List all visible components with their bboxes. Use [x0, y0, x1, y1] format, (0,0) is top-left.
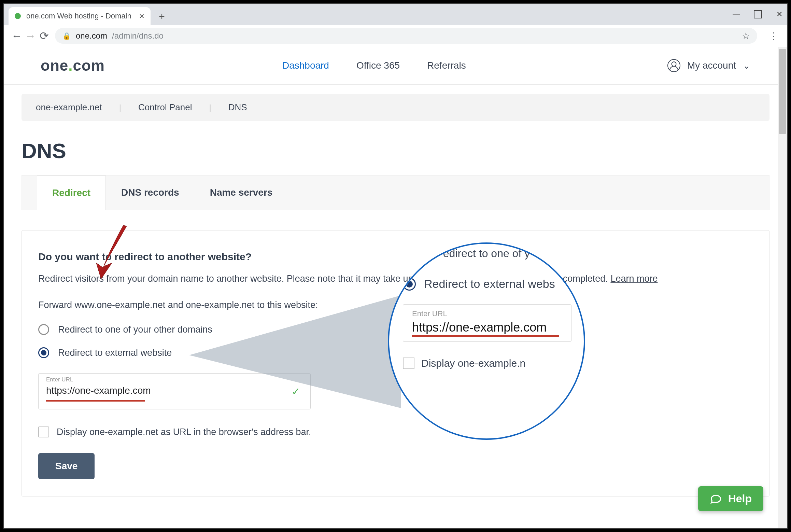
display-url-checkbox-row[interactable]: Display one-example.net as URL in the br…	[38, 426, 753, 437]
maximize-icon[interactable]	[754, 10, 762, 18]
breadcrumb-dns[interactable]: DNS	[228, 102, 247, 113]
new-tab-button[interactable]: +	[153, 8, 170, 25]
help-button[interactable]: Help	[698, 486, 763, 511]
account-dropdown[interactable]: My account ⌄	[667, 59, 750, 72]
url-input-label: Enter URL	[46, 376, 303, 383]
annotation-zoom-lens: edirect to one of y Redirect to external…	[388, 242, 585, 440]
lock-icon: 🔒	[62, 32, 71, 40]
radio-other-label: Redirect to one of your other domains	[58, 324, 212, 335]
primary-nav: Dashboard Office 365 Referrals	[282, 60, 466, 71]
address-bar[interactable]: 🔒 one.com/admin/dns.do ☆	[55, 28, 757, 44]
valid-check-icon: ✓	[292, 386, 300, 397]
vertical-scrollbar[interactable]	[778, 47, 787, 528]
zoom-radio-external: Redirect to external webs	[403, 277, 570, 291]
checkbox-icon[interactable]	[38, 426, 49, 437]
breadcrumb: one-example.net | Control Panel | DNS	[22, 94, 769, 121]
annotation-arrow-icon	[94, 223, 135, 281]
url-path: /admin/dns.do	[112, 31, 164, 41]
nav-dashboard[interactable]: Dashboard	[282, 60, 329, 71]
url-host: one.com	[76, 31, 107, 41]
page-viewport: one.com Dashboard Office 365 Referrals M…	[4, 47, 787, 528]
reload-button[interactable]: ⟳	[37, 29, 51, 42]
tab-dns-records[interactable]: DNS records	[106, 176, 195, 210]
onecom-logo[interactable]: one.com	[41, 57, 105, 74]
tab-favicon-icon	[15, 13, 21, 19]
chevron-down-icon: ⌄	[743, 60, 750, 71]
window-controls: — ✕	[732, 4, 784, 25]
radio-external-label: Redirect to external website	[58, 348, 172, 358]
tab-name-servers[interactable]: Name servers	[195, 176, 288, 210]
forward-button[interactable]: →	[24, 30, 37, 42]
chat-icon	[710, 493, 722, 505]
save-button[interactable]: Save	[38, 453, 95, 479]
zoom-display-label: Display one-example.n	[421, 358, 525, 369]
close-icon[interactable]: ×	[139, 11, 144, 22]
zoom-url-label: Enter URL	[412, 309, 562, 318]
tab-title: one.com Web hosting - Domain	[26, 12, 131, 20]
annotation-underline-icon	[46, 400, 145, 402]
site-header: one.com Dashboard Office 365 Referrals M…	[4, 47, 787, 85]
browser-tab[interactable]: one.com Web hosting - Domain ×	[9, 7, 151, 25]
radio-icon	[38, 324, 49, 335]
back-button[interactable]: ←	[10, 30, 24, 42]
breadcrumb-domain[interactable]: one-example.net	[36, 102, 102, 113]
zoom-radio-label: Redirect to external webs	[424, 277, 555, 291]
minimize-icon[interactable]: —	[732, 10, 741, 19]
dns-tabs: Redirect DNS records Name servers	[22, 175, 769, 210]
display-url-label: Display one-example.net as URL in the br…	[57, 427, 311, 437]
browser-toolbar: ← → ⟳ 🔒 one.com/admin/dns.do ☆ ⋮	[4, 25, 787, 47]
checkbox-icon	[403, 358, 414, 369]
user-icon	[667, 59, 680, 72]
zoom-display-checkbox: Display one-example.n	[403, 358, 570, 369]
url-input[interactable]	[46, 383, 251, 396]
zoom-url-field: Enter URL https://one-example.com	[403, 304, 571, 342]
radio-selected-icon	[38, 347, 49, 358]
tab-redirect[interactable]: Redirect	[37, 176, 106, 210]
help-label: Help	[728, 492, 752, 505]
browser-menu-icon[interactable]: ⋮	[769, 30, 778, 42]
page-title: DNS	[22, 139, 769, 163]
close-window-icon[interactable]: ✕	[775, 10, 784, 19]
zoom-underline-icon	[412, 335, 559, 337]
breadcrumb-control-panel[interactable]: Control Panel	[138, 102, 192, 113]
bookmark-star-icon[interactable]: ☆	[742, 31, 750, 41]
breadcrumb-sep: |	[119, 103, 121, 112]
browser-tabstrip: one.com Web hosting - Domain × + — ✕	[4, 4, 787, 25]
redirect-heading: Do you want to redirect to another websi…	[38, 251, 753, 263]
account-label: My account	[687, 60, 736, 71]
learn-more-link[interactable]: Learn more	[610, 274, 658, 284]
zoom-url-value: https://one-example.com	[412, 318, 562, 335]
nav-office365[interactable]: Office 365	[356, 60, 400, 71]
nav-referrals[interactable]: Referrals	[427, 60, 466, 71]
breadcrumb-sep: |	[209, 103, 211, 112]
redirect-description: Redirect visitors from your domain name …	[38, 274, 753, 284]
url-input-box[interactable]: Enter URL ✓	[38, 373, 311, 409]
